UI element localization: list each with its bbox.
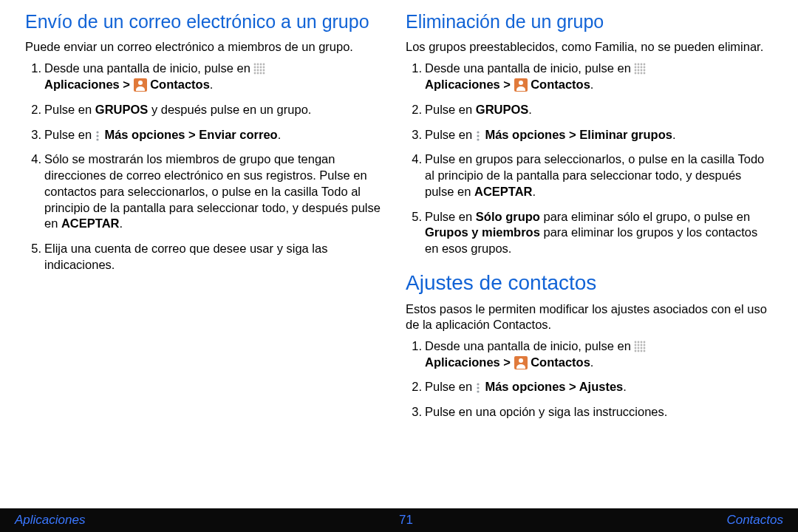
page-content: Envío de un correo electrónico a un grup… (0, 0, 798, 508)
svg-point-26 (641, 66, 643, 69)
svg-point-27 (644, 66, 646, 69)
step-item: Sólo se mostrarán los miembros de grupo … (44, 151, 392, 232)
svg-point-48 (635, 347, 637, 349)
person-icon (514, 78, 528, 92)
page-footer: Aplicaciones 71 Contactos (0, 508, 798, 532)
step-bold: Grupos y miembros (425, 225, 540, 239)
svg-point-22 (641, 64, 643, 66)
step-bold: GRUPOS (95, 103, 149, 116)
left-column: Envío de un correo electrónico a un grup… (25, 10, 392, 501)
apps-grid-icon (634, 341, 646, 352)
more-vert-icon (95, 130, 101, 142)
svg-point-39 (477, 138, 479, 140)
svg-point-53 (638, 349, 640, 352)
svg-point-49 (638, 347, 640, 349)
step-text: Desde una pantalla de inicio, pulse en (425, 339, 634, 352)
step-item: Pulse en Más opciones > Ajustes. (425, 379, 773, 395)
footer-section-right: Contactos (726, 513, 783, 528)
step-text: . (590, 78, 594, 91)
svg-point-0 (254, 64, 256, 66)
svg-point-41 (638, 341, 640, 343)
step-text: . (590, 355, 594, 369)
step-text: Pulse en (44, 128, 95, 141)
step-text: Elija una cuenta de correo que desee usa… (44, 242, 327, 271)
steps-delete-group: Desde una pantalla de inicio, pulse en A… (406, 61, 773, 257)
step-bold: GRUPOS (476, 103, 529, 116)
right-column: Eliminación de un grupo Los grupos prees… (406, 10, 773, 501)
svg-point-8 (254, 69, 256, 72)
step-text: . (210, 78, 214, 91)
svg-point-51 (644, 347, 646, 349)
steps-email-group: Desde una pantalla de inicio, pulse en A… (25, 61, 392, 273)
step-item: Desde una pantalla de inicio, pulse en A… (425, 61, 773, 93)
step-text: y después pulse en un grupo. (148, 103, 311, 116)
svg-point-43 (644, 341, 646, 343)
svg-point-23 (644, 64, 646, 66)
step-bold: Contactos (528, 355, 590, 369)
footer-page-number: 71 (399, 513, 413, 528)
intro-email-group: Puede enviar un correo electrónico a mie… (25, 39, 392, 55)
svg-point-50 (641, 347, 643, 349)
svg-point-20 (635, 64, 637, 66)
step-text: . (528, 103, 532, 116)
svg-point-42 (641, 341, 643, 343)
svg-point-15 (263, 72, 265, 75)
step-text: . (623, 380, 627, 393)
svg-point-4 (254, 66, 256, 69)
step-text: . (119, 216, 123, 230)
step-text: Desde una pantalla de inicio, pulse en (44, 61, 253, 75)
svg-point-30 (641, 69, 643, 72)
svg-point-45 (638, 344, 640, 346)
step-bold: Más opciones > Enviar correo (101, 128, 278, 141)
step-bold: Más opciones > Eliminar grupos (482, 128, 672, 141)
heading-email-group: Envío de un correo electrónico a un grup… (25, 10, 392, 33)
step-text: para eliminar sólo el grupo, o pulse en (540, 210, 750, 223)
heading-contact-settings: Ajustes de contactos (406, 270, 773, 296)
heading-delete-group: Eliminación de un grupo (406, 10, 773, 33)
svg-point-44 (635, 344, 637, 346)
step-item: Pulse en grupos para seleccionarlos, o p… (425, 151, 773, 200)
svg-point-19 (96, 138, 98, 140)
svg-point-47 (644, 344, 646, 346)
intro-contact-settings: Estos pasos le permiten modificar los aj… (406, 301, 773, 332)
footer-section-left: Aplicaciones (15, 513, 85, 528)
svg-point-59 (477, 391, 479, 393)
svg-point-12 (254, 72, 256, 75)
svg-point-33 (638, 72, 640, 75)
step-bold: Aplicaciones > (44, 78, 134, 91)
svg-point-52 (635, 349, 637, 352)
step-item: Pulse en Más opciones > Enviar correo. (44, 127, 392, 143)
step-text: Desde una pantalla de inicio, pulse en (425, 61, 634, 75)
step-bold: Aplicaciones > (425, 355, 514, 369)
svg-point-17 (96, 131, 98, 133)
step-text: Pulse en (425, 210, 476, 223)
svg-point-32 (635, 72, 637, 75)
svg-point-55 (644, 349, 646, 352)
svg-point-31 (644, 69, 646, 72)
step-bold: ACEPTAR (61, 216, 120, 230)
svg-point-25 (638, 66, 640, 69)
svg-point-24 (635, 66, 637, 69)
step-item: Pulse en Más opciones > Eliminar grupos. (425, 127, 773, 143)
svg-point-2 (260, 64, 262, 66)
apps-grid-icon (253, 63, 265, 75)
svg-point-14 (260, 72, 262, 75)
svg-point-6 (260, 66, 262, 69)
step-item: Desde una pantalla de inicio, pulse en A… (44, 61, 392, 93)
step-bold: Contactos (528, 78, 590, 91)
svg-point-36 (519, 81, 523, 85)
step-text: Pulse en (44, 103, 95, 116)
svg-point-9 (257, 69, 259, 72)
svg-point-38 (477, 134, 479, 137)
step-text: Pulse en (425, 103, 476, 116)
svg-point-37 (477, 131, 479, 133)
person-icon (514, 356, 528, 369)
step-item: Pulse en una opción y siga las instrucci… (425, 404, 773, 420)
svg-point-57 (477, 383, 479, 386)
step-item: Pulse en GRUPOS y después pulse en un gr… (44, 102, 392, 118)
intro-delete-group: Los grupos preestablecidos, como Familia… (406, 39, 773, 55)
step-bold: Más opciones > Ajustes (482, 380, 624, 393)
step-text: Pulse en (425, 128, 476, 141)
svg-point-18 (96, 134, 98, 137)
step-text: Pulse en (425, 380, 476, 393)
